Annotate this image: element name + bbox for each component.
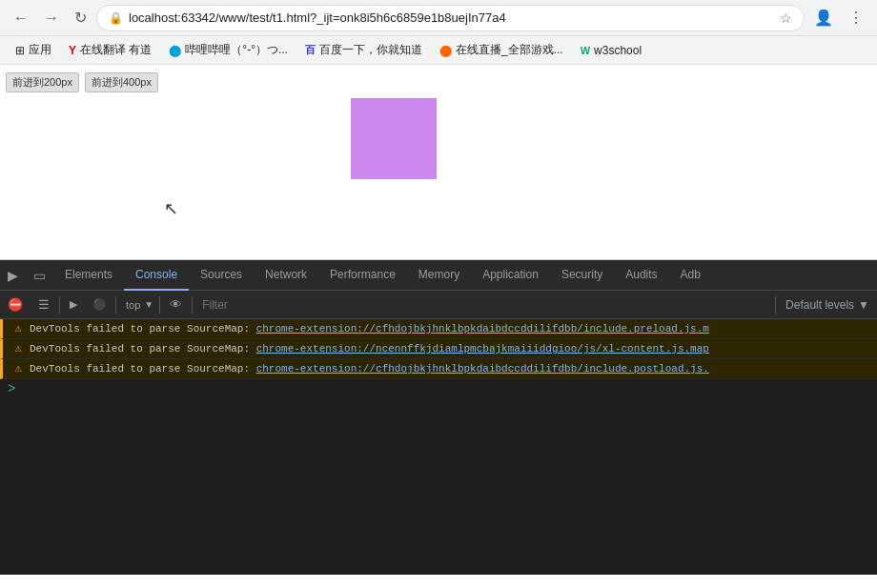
page-buttons: 前进到200px 前进到400px [0,65,877,100]
divider [59,296,60,314]
devtools-toolbar: ▶ ▭ Elements Console Sources Network Per… [0,260,877,291]
log-message-1: DevTools failed to parse SourceMap: [30,343,256,355]
clear-console-btn[interactable]: ⛔ [0,291,31,319]
devtools-select-element-btn[interactable]: ▶ [0,260,26,291]
warning-icon-0: ⚠ [10,321,26,336]
bookmark-w3school[interactable]: W w3school [573,42,649,59]
prompt-arrow-icon: > [8,381,15,396]
divider4 [192,296,193,314]
divider3 [159,296,160,314]
forward-button[interactable]: → [38,6,65,30]
context-dropdown-icon: ▼ [144,299,153,310]
stop-btn[interactable]: ⚫ [85,291,113,319]
devtools-device-btn[interactable]: ▭ [26,260,53,291]
bilibili-icon: ⬤ [169,44,181,57]
tab-memory-label: Memory [418,268,459,281]
log-link-0[interactable]: chrome-extension://cfhdojbkjhnklbpkdaibd… [256,323,709,335]
log-link-1[interactable]: chrome-extension://ncennffkjdiamlpmcbajk… [256,343,709,355]
tab-network[interactable]: Network [254,260,318,291]
bookmark-bilibili[interactable]: ⬤ 哔哩哔哩（°-°）つ... [161,40,296,60]
live-icon: ⬤ [439,44,452,57]
bookmark-apps[interactable]: ⊞ 应用 [8,40,59,60]
cursor-arrow-icon: ↖ [164,199,178,218]
tab-performance-label: Performance [330,268,396,281]
log-message-0: DevTools failed to parse SourceMap: [30,323,256,335]
divider2 [115,296,116,314]
bookmark-bilibili-label: 哔哩哔哩（°-°）つ... [185,42,288,58]
tab-console-label: Console [135,268,177,281]
log-entry-2: ⚠ DevTools failed to parse SourceMap: ch… [0,359,877,379]
tab-network-label: Network [265,268,307,281]
warning-icon-1: ⚠ [10,341,26,356]
log-link-2[interactable]: chrome-extension://cfhdojbkjhnklbpkdaibd… [256,363,709,375]
bookmark-youdao[interactable]: Y 在线翻译 有道 [61,40,159,60]
w3school-icon: W [581,45,590,56]
bookmark-live-label: 在线直播_全部游戏... [456,42,563,58]
tab-elements-label: Elements [65,268,112,281]
bookmark-live[interactable]: ⬤ 在线直播_全部游戏... [432,40,571,60]
apps-icon: ⊞ [15,44,25,57]
tab-application-label: Application [482,268,539,281]
reload-button[interactable]: ↻ [69,5,92,30]
user-icon-button[interactable]: 👤 [808,5,839,30]
tab-sources[interactable]: Sources [189,260,254,291]
execute-script-btn[interactable]: ▶ [62,291,85,319]
log-entry-1: ⚠ DevTools failed to parse SourceMap: ch… [0,339,877,359]
tab-security-label: Security [561,268,602,281]
log-message-2: DevTools failed to parse SourceMap: [30,363,256,375]
log-text-1: DevTools failed to parse SourceMap: chro… [30,341,877,356]
nav-bar: ← → ↻ 🔒 localhost:63342/www/test/t1.html… [0,0,877,36]
filter-toggle-btn[interactable]: ☰ [31,291,57,319]
tab-memory[interactable]: Memory [407,260,471,291]
console-input[interactable] [19,383,877,395]
context-selector-label: top [122,299,144,311]
baidu-icon: 百 [305,43,316,57]
log-entry-0: ⚠ DevTools failed to parse SourceMap: ch… [0,319,877,339]
tab-performance[interactable]: Performance [318,260,407,291]
bookmark-baidu-label: 百度一下，你就知道 [319,42,422,58]
tab-security[interactable]: Security [550,260,614,291]
lock-icon: 🔒 [109,11,123,25]
log-text-0: DevTools failed to parse SourceMap: chro… [30,321,877,336]
tab-sources-label: Sources [200,268,242,281]
warning-icon-2: ⚠ [10,361,26,376]
bookmark-star-icon: ☆ [780,10,792,26]
console-prompt: > [0,379,877,398]
bookmark-apps-label: 应用 [29,42,51,58]
tab-adb[interactable]: Adb [669,260,712,291]
bookmark-youdao-label: 在线翻译 有道 [80,42,152,58]
purple-box [351,98,437,179]
devtools-filter-bar: ⛔ ☰ ▶ ⚫ top ▼ 👁 Default levels ▼ [0,291,877,319]
tab-application[interactable]: Application [471,260,550,291]
log-text-2: DevTools failed to parse SourceMap: chro… [30,361,877,376]
btn-400px[interactable]: 前进到400px [85,72,158,92]
btn-200px[interactable]: 前进到200px [6,72,79,92]
filter-input[interactable] [202,298,765,312]
tab-audits-label: Audits [625,268,657,281]
back-button[interactable]: ← [8,6,34,30]
tab-elements[interactable]: Elements [53,260,124,291]
page-content: 前进到200px 前进到400px ↖ [0,65,877,260]
mouse-cursor: ↖ [164,198,178,219]
address-text: localhost:63342/www/test/t1.html?_ijt=on… [129,10,506,25]
levels-label: Default levels [785,298,854,312]
divider5 [775,296,776,314]
log-levels-dropdown[interactable]: Default levels ▼ [778,298,877,312]
address-bar[interactable]: 🔒 localhost:63342/www/test/t1.html?_ijt=… [96,5,805,31]
bookmarks-bar: ⊞ 应用 Y 在线翻译 有道 ⬤ 哔哩哔哩（°-°）つ... 百 百度一下，你就… [0,36,877,65]
console-log-area: ⚠ DevTools failed to parse SourceMap: ch… [0,319,877,575]
levels-dropdown-icon: ▼ [858,298,869,312]
tab-adb-label: Adb [681,268,701,281]
tab-console[interactable]: Console [124,260,189,291]
bookmark-w3school-label: w3school [594,44,642,57]
filter-input-wrapper [194,298,773,312]
settings-button[interactable]: ⋮ [843,5,869,30]
youdao-icon: Y [69,44,76,57]
eye-btn[interactable]: 👁 [162,291,190,319]
bookmark-baidu[interactable]: 百 百度一下，你就知道 [297,40,430,60]
devtools-panel: ▶ ▭ Elements Console Sources Network Per… [0,260,877,575]
tab-audits[interactable]: Audits [614,260,668,291]
